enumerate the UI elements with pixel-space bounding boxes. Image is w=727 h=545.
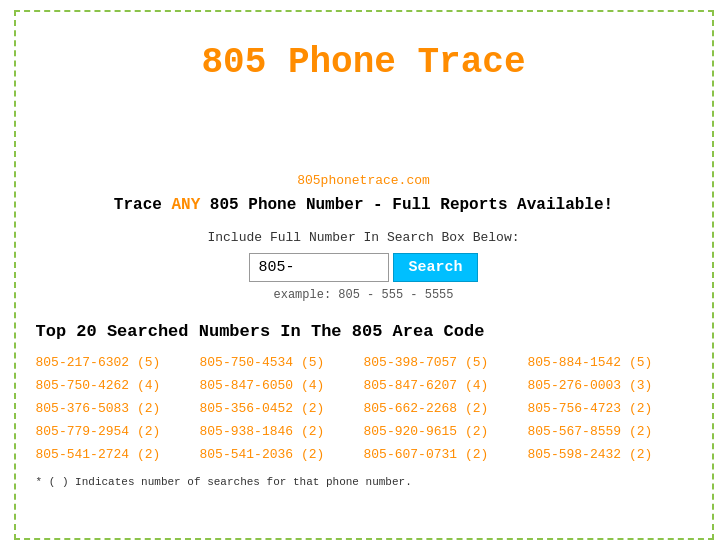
- footnote: * ( ) Indicates number of searches for t…: [36, 476, 692, 488]
- tagline-any: ANY: [171, 196, 200, 214]
- number-link[interactable]: 805-356-0452 (2): [200, 399, 364, 418]
- number-link[interactable]: 805-541-2724 (2): [36, 445, 200, 464]
- number-link[interactable]: 805-567-8559 (2): [528, 422, 692, 441]
- number-link[interactable]: 805-662-2268 (2): [364, 399, 528, 418]
- number-link[interactable]: 805-376-5083 (2): [36, 399, 200, 418]
- number-link[interactable]: 805-276-0003 (3): [528, 376, 692, 395]
- tagline-end: 805 Phone Number - Full Reports Availabl…: [200, 196, 613, 214]
- page-container: 805 Phone Trace 805phonetrace.com Trace …: [14, 10, 714, 540]
- number-link[interactable]: 805-779-2954 (2): [36, 422, 200, 441]
- search-button[interactable]: Search: [393, 253, 477, 282]
- site-url: 805phonetrace.com: [36, 173, 692, 188]
- tagline: Trace ANY 805 Phone Number - Full Report…: [36, 196, 692, 214]
- number-link[interactable]: 805-884-1542 (5): [528, 353, 692, 372]
- number-link[interactable]: 805-847-6050 (4): [200, 376, 364, 395]
- top-numbers-title: Top 20 Searched Numbers In The 805 Area …: [36, 322, 692, 341]
- page-title: 805 Phone Trace: [36, 22, 692, 93]
- number-link[interactable]: 805-756-4723 (2): [528, 399, 692, 418]
- number-link[interactable]: 805-750-4262 (4): [36, 376, 200, 395]
- search-row: Search: [36, 253, 692, 282]
- number-link[interactable]: 805-398-7057 (5): [364, 353, 528, 372]
- number-link[interactable]: 805-541-2036 (2): [200, 445, 364, 464]
- number-link[interactable]: 805-920-9615 (2): [364, 422, 528, 441]
- number-link[interactable]: 805-938-1846 (2): [200, 422, 364, 441]
- search-example: example: 805 - 555 - 5555: [36, 288, 692, 302]
- search-label: Include Full Number In Search Box Below:: [36, 230, 692, 245]
- numbers-grid: 805-217-6302 (5)805-750-4534 (5)805-398-…: [36, 353, 692, 464]
- number-link[interactable]: 805-598-2432 (2): [528, 445, 692, 464]
- tagline-start: Trace: [114, 196, 172, 214]
- number-link[interactable]: 805-217-6302 (5): [36, 353, 200, 372]
- number-link[interactable]: 805-607-0731 (2): [364, 445, 528, 464]
- number-link[interactable]: 805-750-4534 (5): [200, 353, 364, 372]
- number-link[interactable]: 805-847-6207 (4): [364, 376, 528, 395]
- search-input[interactable]: [249, 253, 389, 282]
